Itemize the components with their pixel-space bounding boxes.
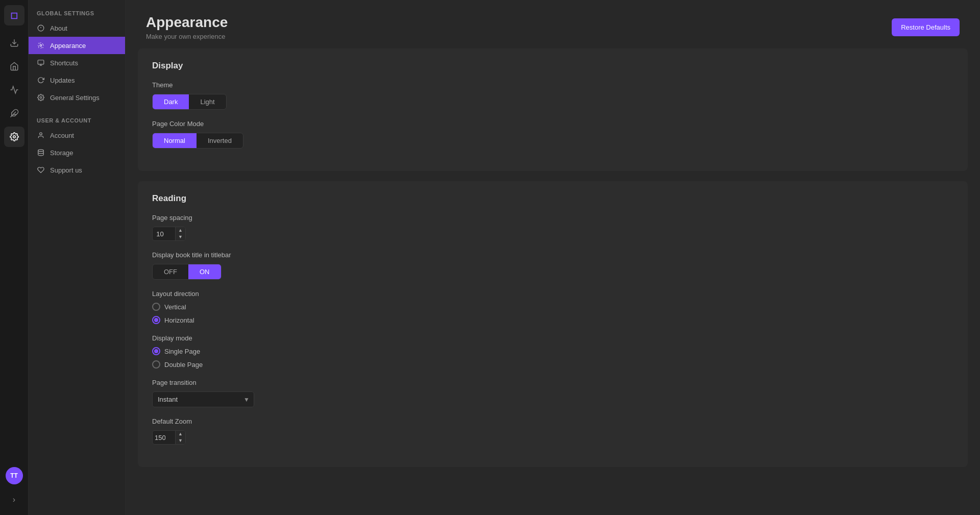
layout-direction-label: Layout direction bbox=[152, 290, 953, 298]
reading-section-title: Reading bbox=[152, 193, 953, 204]
sidebar-item-appearance[interactable]: Appearance bbox=[29, 37, 125, 54]
page-color-mode-label: Page Color Mode bbox=[152, 120, 953, 128]
default-zoom-setting: Default Zoom ▲ ▼ bbox=[152, 418, 953, 445]
page-spacing-setting: Page spacing ▲ ▼ bbox=[152, 214, 953, 241]
layout-direction-setting: Layout direction Vertical Horizontal bbox=[152, 290, 953, 324]
sidebar-item-shortcuts-label: Shortcuts bbox=[50, 59, 78, 67]
display-title-toggle-group: OFF ON bbox=[152, 264, 222, 280]
theme-dark-btn[interactable]: Dark bbox=[153, 94, 189, 109]
sidebar-item-general-label: General Settings bbox=[50, 94, 100, 102]
sidebar-item-account-label: Account bbox=[50, 132, 74, 139]
shortcuts-icon bbox=[37, 59, 45, 67]
restore-defaults-button[interactable]: Restore Defaults bbox=[892, 18, 960, 36]
display-section-title: Display bbox=[152, 61, 953, 71]
page-spacing-increment[interactable]: ▲ bbox=[176, 227, 185, 234]
layout-vertical-option[interactable]: Vertical bbox=[152, 303, 953, 311]
default-zoom-label: Default Zoom bbox=[152, 418, 953, 425]
sidebar-item-updates-label: Updates bbox=[50, 77, 75, 84]
layout-horizontal-label: Horizontal bbox=[164, 316, 194, 324]
sidebar-item-support[interactable]: Support us bbox=[29, 161, 125, 179]
display-mode-double-option[interactable]: Double Page bbox=[152, 360, 953, 369]
puzzle-icon bbox=[10, 109, 19, 118]
header-left: Appearance Make your own experience bbox=[146, 14, 228, 40]
home-icon bbox=[10, 62, 19, 71]
support-icon bbox=[37, 166, 45, 174]
svg-point-10 bbox=[40, 133, 42, 135]
page-spacing-input-wrap: ▲ ▼ bbox=[152, 227, 186, 241]
expand-sidebar-btn[interactable]: › bbox=[4, 489, 24, 510]
page-color-mode-setting: Page Color Mode Normal Inverted bbox=[152, 120, 953, 149]
account-icon bbox=[37, 131, 45, 139]
page-spacing-input[interactable] bbox=[153, 228, 175, 240]
general-icon bbox=[37, 93, 45, 102]
global-settings-label: GLOBAL SETTINGS bbox=[29, 6, 125, 19]
sidebar-item-account[interactable]: Account bbox=[29, 127, 125, 144]
display-title-off-btn[interactable]: OFF bbox=[153, 264, 188, 279]
layout-vertical-radio bbox=[152, 303, 160, 311]
settings-icon bbox=[10, 132, 19, 141]
app-logo: ◻ bbox=[4, 5, 24, 26]
page-spacing-label: Page spacing bbox=[152, 214, 953, 222]
theme-setting: Theme Dark Light bbox=[152, 81, 953, 110]
download-icon-btn[interactable] bbox=[4, 33, 24, 53]
svg-point-7 bbox=[40, 44, 42, 46]
layout-horizontal-radio bbox=[152, 316, 160, 324]
default-zoom-input[interactable] bbox=[153, 431, 175, 444]
display-mode-single-label: Single Page bbox=[164, 348, 200, 355]
sidebar-item-shortcuts[interactable]: Shortcuts bbox=[29, 54, 125, 71]
sidebar-item-about-label: About bbox=[50, 24, 67, 32]
svg-point-3 bbox=[13, 136, 15, 138]
home-icon-btn[interactable] bbox=[4, 56, 24, 77]
user-account-label: USER & ACCOUNT bbox=[29, 113, 125, 127]
page-color-normal-btn[interactable]: Normal bbox=[153, 133, 197, 148]
theme-light-btn[interactable]: Light bbox=[189, 94, 226, 109]
layout-direction-radio-group: Vertical Horizontal bbox=[152, 303, 953, 324]
sidebar-item-general[interactable]: General Settings bbox=[29, 89, 125, 106]
display-mode-setting: Display mode Single Page Double Page bbox=[152, 334, 953, 369]
chart-icon-btn[interactable] bbox=[4, 80, 24, 100]
sidebar-item-updates[interactable]: Updates bbox=[29, 71, 125, 89]
page-spacing-decrement[interactable]: ▼ bbox=[176, 234, 185, 240]
svg-point-9 bbox=[40, 96, 42, 99]
sidebar: GLOBAL SETTINGS About Appearance Shortcu… bbox=[29, 0, 126, 515]
display-mode-single-radio bbox=[152, 347, 160, 355]
updates-icon bbox=[37, 76, 45, 84]
display-mode-label: Display mode bbox=[152, 334, 953, 342]
default-zoom-spinners: ▲ ▼ bbox=[175, 431, 185, 444]
sidebar-item-about[interactable]: About bbox=[29, 19, 125, 37]
logo-icon: ◻ bbox=[10, 10, 18, 21]
theme-toggle-group: Dark Light bbox=[152, 94, 227, 110]
layout-vertical-label: Vertical bbox=[164, 303, 186, 311]
download-icon bbox=[10, 38, 19, 47]
default-zoom-increment[interactable]: ▲ bbox=[176, 431, 185, 437]
storage-icon bbox=[37, 149, 45, 157]
page-transition-select[interactable]: Instant Slide Fade bbox=[153, 392, 239, 407]
sidebar-item-storage[interactable]: Storage bbox=[29, 144, 125, 161]
page-transition-select-wrap: Instant Slide Fade ▼ bbox=[152, 391, 254, 407]
appearance-icon bbox=[37, 41, 45, 50]
display-mode-double-radio bbox=[152, 360, 160, 369]
user-avatar[interactable]: TT bbox=[6, 467, 23, 484]
page-color-inverted-btn[interactable]: Inverted bbox=[197, 133, 243, 148]
puzzle-icon-btn[interactable] bbox=[4, 103, 24, 124]
page-subtitle: Make your own experience bbox=[146, 33, 228, 40]
layout-horizontal-option[interactable]: Horizontal bbox=[152, 316, 953, 324]
page-color-toggle-group: Normal Inverted bbox=[152, 133, 243, 149]
sidebar-item-appearance-label: Appearance bbox=[50, 42, 86, 50]
default-zoom-decrement[interactable]: ▼ bbox=[176, 437, 185, 444]
display-mode-radio-group: Single Page Double Page bbox=[152, 347, 953, 369]
sidebar-item-support-label: Support us bbox=[50, 166, 82, 174]
display-title-label: Display book title in titlebar bbox=[152, 251, 953, 259]
expand-icon: › bbox=[13, 495, 15, 504]
display-section: Display Theme Dark Light Page Color Mode… bbox=[138, 48, 968, 171]
svg-point-11 bbox=[38, 150, 44, 152]
page-transition-setting: Page transition Instant Slide Fade ▼ bbox=[152, 379, 953, 407]
page-spacing-spinners: ▲ ▼ bbox=[175, 227, 185, 240]
page-transition-label: Page transition bbox=[152, 379, 953, 386]
settings-icon-btn[interactable] bbox=[4, 127, 24, 147]
display-mode-single-option[interactable]: Single Page bbox=[152, 347, 953, 355]
svg-rect-8 bbox=[38, 60, 44, 64]
sidebar-item-storage-label: Storage bbox=[50, 149, 74, 157]
display-title-on-btn[interactable]: ON bbox=[188, 264, 221, 279]
select-arrow-icon: ▼ bbox=[239, 396, 254, 403]
